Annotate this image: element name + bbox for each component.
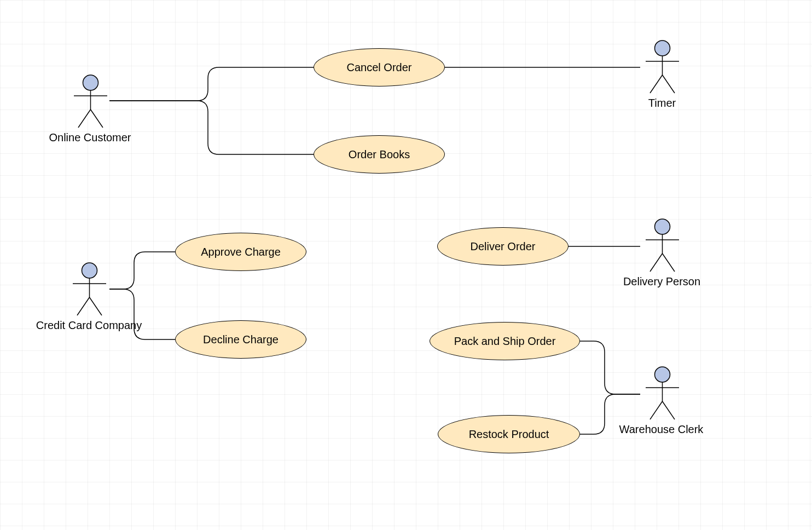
usecase-decline-charge: Decline Charge	[175, 320, 306, 359]
svg-point-5	[654, 41, 670, 56]
usecase-label: Restock Product	[469, 428, 549, 441]
usecase-label: Cancel Order	[347, 61, 412, 74]
usecase-approve-charge: Approve Charge	[175, 233, 306, 271]
svg-line-18	[650, 254, 663, 272]
svg-line-9	[662, 75, 675, 93]
person-icon	[69, 262, 110, 316]
actor-label-delivery-person: Delivery Person	[619, 275, 704, 288]
actor-timer	[640, 39, 684, 94]
person-icon	[642, 39, 683, 94]
svg-line-13	[77, 297, 90, 315]
usecase-pack-and-ship-order: Pack and Ship Order	[430, 322, 580, 360]
usecase-label: Decline Charge	[203, 333, 279, 346]
actor-label-online-customer: Online Customer	[45, 131, 135, 144]
svg-line-24	[662, 401, 675, 419]
actor-credit-card-company	[67, 262, 111, 316]
actor-online-customer	[68, 74, 112, 129]
svg-point-10	[82, 263, 97, 278]
usecase-order-books: Order Books	[314, 135, 445, 174]
person-icon	[70, 74, 111, 129]
usecase-deliver-order: Deliver Order	[437, 227, 569, 266]
actor-label-warehouse-clerk: Warehouse Clerk	[616, 423, 706, 436]
person-icon	[642, 218, 683, 273]
usecase-label: Deliver Order	[471, 240, 536, 253]
actor-label-credit-card-company: Credit Card Company	[30, 319, 148, 332]
svg-point-0	[83, 75, 98, 90]
usecase-label: Order Books	[349, 148, 410, 161]
usecase-label: Approve Charge	[201, 246, 281, 258]
svg-point-15	[654, 219, 670, 234]
usecase-label: Pack and Ship Order	[454, 335, 556, 348]
actor-warehouse-clerk	[640, 366, 684, 420]
person-icon	[642, 366, 683, 420]
svg-line-3	[78, 110, 91, 128]
svg-line-14	[89, 297, 102, 315]
svg-point-20	[654, 367, 670, 382]
diagram-canvas: Online Customer Timer Credit Card Compan…	[0, 0, 812, 530]
svg-line-19	[662, 254, 675, 272]
actor-label-timer: Timer	[632, 97, 692, 110]
svg-line-4	[90, 110, 103, 128]
svg-line-8	[650, 75, 663, 93]
usecase-restock-product: Restock Product	[438, 415, 580, 453]
actor-delivery-person	[640, 218, 684, 273]
usecase-cancel-order: Cancel Order	[314, 48, 445, 87]
svg-line-23	[650, 401, 663, 419]
